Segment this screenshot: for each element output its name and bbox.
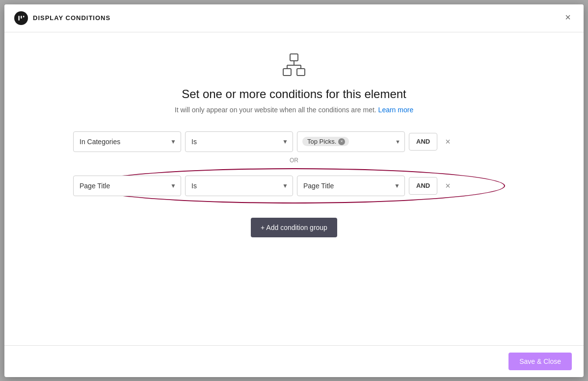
- close-button[interactable]: ×: [562, 11, 574, 23]
- tag-remove-button-1[interactable]: ×: [338, 138, 345, 145]
- hero-icon: [281, 52, 307, 79]
- hero-subtitle: It will only appear on your website when…: [175, 106, 413, 114]
- field-select-wrapper-1[interactable]: In Categories Page Title Page URL ▼: [73, 131, 181, 152]
- learn-more-link[interactable]: Learn more: [378, 106, 414, 114]
- field-select-2[interactable]: Page Title In Categories Page URL: [73, 176, 181, 196]
- field-select-1[interactable]: In Categories Page Title Page URL: [73, 131, 181, 152]
- highlighted-row-wrapper: Page Title In Categories Page URL ▼ Is I…: [73, 169, 515, 203]
- tag-label-1: Top Picks.: [307, 138, 336, 145]
- modal-overlay: DISPLAY CONDITIONS ×: [0, 0, 588, 381]
- value-select-2[interactable]: Page Title: [297, 176, 405, 196]
- conditions-container: In Categories Page Title Page URL ▼ Is I…: [73, 131, 515, 237]
- elementor-icon: [14, 11, 28, 25]
- chevron-down-icon-3: ▼: [395, 139, 401, 145]
- svg-rect-4: [283, 69, 291, 76]
- or-text: OR: [286, 157, 302, 164]
- operator-select-wrapper-2[interactable]: Is Is Not ▼: [185, 176, 293, 196]
- svg-rect-5: [297, 69, 305, 76]
- modal-footer: Save & Close: [4, 345, 584, 377]
- modal-body: Set one or more conditions for this elem…: [4, 32, 584, 345]
- operator-select-wrapper-1[interactable]: Is Is Not ▼: [185, 131, 293, 152]
- svg-rect-0: [18, 16, 19, 21]
- svg-rect-2: [23, 16, 24, 17]
- condition-row-1: In Categories Page Title Page URL ▼ Is I…: [73, 131, 515, 152]
- delete-row-2-button[interactable]: ×: [441, 179, 454, 192]
- add-condition-wrapper: + Add condition group: [73, 208, 515, 237]
- delete-row-1-button[interactable]: ×: [441, 135, 454, 148]
- modal: DISPLAY CONDITIONS ×: [4, 4, 584, 377]
- operator-select-2[interactable]: Is Is Not: [185, 176, 293, 196]
- hero-title: Set one or more conditions for this elem…: [182, 87, 406, 101]
- condition-row-2: Page Title In Categories Page URL ▼ Is I…: [73, 176, 515, 196]
- and-button-1[interactable]: AND: [409, 133, 437, 151]
- value-select-wrapper-2[interactable]: Page Title ▼: [297, 176, 405, 196]
- or-divider: OR: [73, 157, 515, 164]
- modal-header: DISPLAY CONDITIONS ×: [4, 4, 584, 32]
- modal-title: DISPLAY CONDITIONS: [33, 14, 110, 22]
- field-select-wrapper-2[interactable]: Page Title In Categories Page URL ▼: [73, 176, 181, 196]
- add-condition-group-button[interactable]: + Add condition group: [251, 218, 337, 237]
- and-button-2[interactable]: AND: [409, 177, 437, 195]
- value-tag-select-1[interactable]: Top Picks. × ▼: [297, 131, 405, 152]
- svg-rect-1: [21, 16, 22, 19]
- hierarchy-icon: [281, 52, 307, 77]
- save-close-button[interactable]: Save & Close: [508, 353, 572, 370]
- svg-rect-3: [290, 54, 298, 61]
- elementor-logo-svg: [17, 14, 25, 22]
- operator-select-1[interactable]: Is Is Not: [185, 131, 293, 152]
- tag-item-1: Top Picks. ×: [302, 137, 349, 146]
- hero-subtitle-text: It will only appear on your website when…: [175, 106, 376, 114]
